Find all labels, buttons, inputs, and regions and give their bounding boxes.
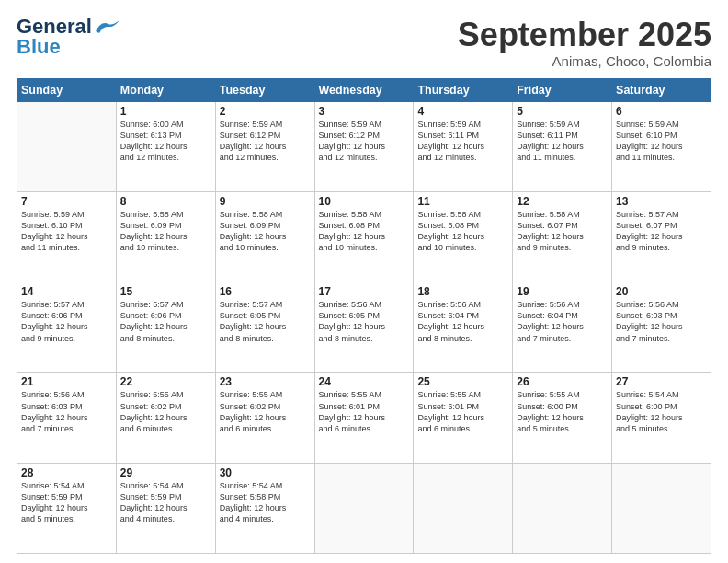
calendar-table: SundayMondayTuesdayWednesdayThursdayFrid… bbox=[17, 78, 711, 554]
day-info: Sunrise: 5:59 AM Sunset: 6:11 PM Dayligh… bbox=[417, 119, 508, 164]
logo-blue: Blue bbox=[17, 37, 61, 57]
day-number: 1 bbox=[120, 105, 211, 118]
calendar-cell: 6Sunrise: 5:59 AM Sunset: 6:10 PM Daylig… bbox=[612, 101, 711, 191]
logo: General Blue bbox=[17, 17, 119, 57]
day-info: Sunrise: 5:59 AM Sunset: 6:11 PM Dayligh… bbox=[517, 119, 608, 164]
day-number: 11 bbox=[417, 195, 508, 208]
day-info: Sunrise: 5:54 AM Sunset: 5:59 PM Dayligh… bbox=[120, 480, 211, 525]
calendar-cell: 16Sunrise: 5:57 AM Sunset: 6:05 PM Dayli… bbox=[215, 282, 314, 373]
day-number: 16 bbox=[220, 285, 311, 298]
day-number: 7 bbox=[21, 195, 112, 208]
weekday-header-tuesday: Tuesday bbox=[215, 78, 314, 101]
day-number: 30 bbox=[220, 466, 311, 479]
calendar-cell bbox=[414, 463, 513, 553]
calendar-cell: 8Sunrise: 5:58 AM Sunset: 6:09 PM Daylig… bbox=[116, 191, 215, 282]
day-info: Sunrise: 5:56 AM Sunset: 6:03 PM Dayligh… bbox=[21, 389, 112, 434]
calendar-cell: 15Sunrise: 5:57 AM Sunset: 6:06 PM Dayli… bbox=[116, 282, 215, 373]
calendar-cell: 2Sunrise: 5:59 AM Sunset: 6:12 PM Daylig… bbox=[215, 101, 314, 191]
calendar-cell: 26Sunrise: 5:55 AM Sunset: 6:00 PM Dayli… bbox=[513, 373, 612, 463]
day-info: Sunrise: 5:54 AM Sunset: 5:58 PM Dayligh… bbox=[220, 480, 311, 525]
day-info: Sunrise: 5:59 AM Sunset: 6:12 PM Dayligh… bbox=[220, 119, 311, 164]
day-number: 6 bbox=[616, 105, 707, 118]
calendar-cell: 5Sunrise: 5:59 AM Sunset: 6:11 PM Daylig… bbox=[513, 101, 612, 191]
day-info: Sunrise: 5:57 AM Sunset: 6:07 PM Dayligh… bbox=[616, 209, 707, 254]
day-info: Sunrise: 5:57 AM Sunset: 6:05 PM Dayligh… bbox=[220, 299, 311, 344]
week-row-4: 28Sunrise: 5:54 AM Sunset: 5:59 PM Dayli… bbox=[17, 463, 711, 553]
day-info: Sunrise: 5:58 AM Sunset: 6:09 PM Dayligh… bbox=[120, 209, 211, 254]
calendar-cell: 22Sunrise: 5:55 AM Sunset: 6:02 PM Dayli… bbox=[116, 373, 215, 463]
calendar-cell: 27Sunrise: 5:54 AM Sunset: 6:00 PM Dayli… bbox=[612, 373, 711, 463]
day-info: Sunrise: 5:57 AM Sunset: 6:06 PM Dayligh… bbox=[21, 299, 112, 344]
calendar-cell: 21Sunrise: 5:56 AM Sunset: 6:03 PM Dayli… bbox=[17, 373, 117, 463]
calendar-cell bbox=[17, 101, 117, 191]
day-info: Sunrise: 5:55 AM Sunset: 6:00 PM Dayligh… bbox=[517, 389, 608, 434]
day-info: Sunrise: 5:57 AM Sunset: 6:06 PM Dayligh… bbox=[120, 299, 211, 344]
calendar-cell: 28Sunrise: 5:54 AM Sunset: 5:59 PM Dayli… bbox=[17, 463, 117, 553]
day-info: Sunrise: 5:55 AM Sunset: 6:02 PM Dayligh… bbox=[220, 389, 311, 434]
logo-bird-icon bbox=[94, 18, 119, 35]
calendar-cell: 14Sunrise: 5:57 AM Sunset: 6:06 PM Dayli… bbox=[17, 282, 117, 373]
day-info: Sunrise: 5:56 AM Sunset: 6:04 PM Dayligh… bbox=[417, 299, 508, 344]
day-number: 28 bbox=[21, 466, 112, 479]
day-info: Sunrise: 5:58 AM Sunset: 6:09 PM Dayligh… bbox=[220, 209, 311, 254]
day-info: Sunrise: 5:56 AM Sunset: 6:05 PM Dayligh… bbox=[319, 299, 410, 344]
day-number: 13 bbox=[616, 195, 707, 208]
weekday-header-wednesday: Wednesday bbox=[314, 78, 414, 101]
subtitle: Animas, Choco, Colombia bbox=[458, 53, 711, 69]
day-number: 9 bbox=[220, 195, 311, 208]
calendar-cell: 25Sunrise: 5:55 AM Sunset: 6:01 PM Dayli… bbox=[414, 373, 513, 463]
day-info: Sunrise: 5:54 AM Sunset: 6:00 PM Dayligh… bbox=[616, 389, 707, 434]
calendar-cell: 12Sunrise: 5:58 AM Sunset: 6:07 PM Dayli… bbox=[513, 191, 612, 282]
calendar-cell: 18Sunrise: 5:56 AM Sunset: 6:04 PM Dayli… bbox=[414, 282, 513, 373]
calendar-cell: 30Sunrise: 5:54 AM Sunset: 5:58 PM Dayli… bbox=[215, 463, 314, 553]
day-number: 18 bbox=[417, 285, 508, 298]
weekday-header-sunday: Sunday bbox=[17, 78, 117, 101]
day-info: Sunrise: 5:56 AM Sunset: 6:04 PM Dayligh… bbox=[517, 299, 608, 344]
day-number: 8 bbox=[120, 195, 211, 208]
day-number: 26 bbox=[517, 375, 608, 388]
weekday-header-thursday: Thursday bbox=[414, 78, 513, 101]
calendar-cell: 17Sunrise: 5:56 AM Sunset: 6:05 PM Dayli… bbox=[314, 282, 414, 373]
day-number: 12 bbox=[517, 195, 608, 208]
calendar-cell: 7Sunrise: 5:59 AM Sunset: 6:10 PM Daylig… bbox=[17, 191, 117, 282]
day-info: Sunrise: 5:59 AM Sunset: 6:10 PM Dayligh… bbox=[21, 209, 112, 254]
day-number: 15 bbox=[120, 285, 211, 298]
day-info: Sunrise: 5:55 AM Sunset: 6:01 PM Dayligh… bbox=[417, 389, 508, 434]
weekday-header-monday: Monday bbox=[116, 78, 215, 101]
day-number: 22 bbox=[120, 375, 211, 388]
calendar-cell bbox=[612, 463, 711, 553]
title-block: September 2025 Animas, Choco, Colombia bbox=[458, 17, 711, 69]
day-number: 29 bbox=[120, 466, 211, 479]
calendar-cell bbox=[314, 463, 414, 553]
week-row-0: 1Sunrise: 6:00 AM Sunset: 6:13 PM Daylig… bbox=[17, 101, 711, 191]
logo-general: General bbox=[17, 17, 92, 37]
calendar-cell: 11Sunrise: 5:58 AM Sunset: 6:08 PM Dayli… bbox=[414, 191, 513, 282]
day-number: 19 bbox=[517, 285, 608, 298]
month-title: September 2025 bbox=[458, 17, 711, 53]
day-info: Sunrise: 5:55 AM Sunset: 6:01 PM Dayligh… bbox=[319, 389, 410, 434]
day-number: 21 bbox=[21, 375, 112, 388]
day-number: 14 bbox=[21, 285, 112, 298]
day-number: 20 bbox=[616, 285, 707, 298]
weekday-header-friday: Friday bbox=[513, 78, 612, 101]
weekday-header-saturday: Saturday bbox=[612, 78, 711, 101]
calendar-cell: 10Sunrise: 5:58 AM Sunset: 6:08 PM Dayli… bbox=[314, 191, 414, 282]
calendar-cell: 3Sunrise: 5:59 AM Sunset: 6:12 PM Daylig… bbox=[314, 101, 414, 191]
calendar-cell: 19Sunrise: 5:56 AM Sunset: 6:04 PM Dayli… bbox=[513, 282, 612, 373]
calendar-cell: 24Sunrise: 5:55 AM Sunset: 6:01 PM Dayli… bbox=[314, 373, 414, 463]
day-info: Sunrise: 5:58 AM Sunset: 6:08 PM Dayligh… bbox=[319, 209, 410, 254]
day-number: 3 bbox=[319, 105, 410, 118]
week-row-2: 14Sunrise: 5:57 AM Sunset: 6:06 PM Dayli… bbox=[17, 282, 711, 373]
day-info: Sunrise: 5:59 AM Sunset: 6:12 PM Dayligh… bbox=[319, 119, 410, 164]
day-info: Sunrise: 5:59 AM Sunset: 6:10 PM Dayligh… bbox=[616, 119, 707, 164]
day-number: 25 bbox=[417, 375, 508, 388]
day-number: 5 bbox=[517, 105, 608, 118]
day-number: 2 bbox=[220, 105, 311, 118]
calendar-cell: 13Sunrise: 5:57 AM Sunset: 6:07 PM Dayli… bbox=[612, 191, 711, 282]
calendar-cell: 29Sunrise: 5:54 AM Sunset: 5:59 PM Dayli… bbox=[116, 463, 215, 553]
calendar-cell: 9Sunrise: 5:58 AM Sunset: 6:09 PM Daylig… bbox=[215, 191, 314, 282]
day-info: Sunrise: 5:56 AM Sunset: 6:03 PM Dayligh… bbox=[616, 299, 707, 344]
calendar-cell: 20Sunrise: 5:56 AM Sunset: 6:03 PM Dayli… bbox=[612, 282, 711, 373]
day-info: Sunrise: 6:00 AM Sunset: 6:13 PM Dayligh… bbox=[120, 119, 211, 164]
calendar-cell: 23Sunrise: 5:55 AM Sunset: 6:02 PM Dayli… bbox=[215, 373, 314, 463]
